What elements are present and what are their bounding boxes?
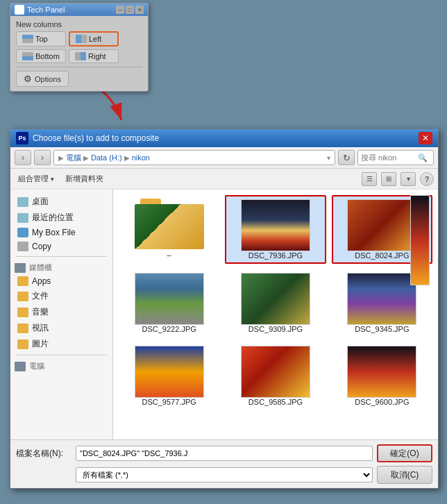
sidebar-header-media: 媒體櫃: [10, 260, 112, 274]
sidebar-item-apps[interactable]: Apps: [10, 274, 112, 288]
filename-row: 檔案名稱(N): 確定(O): [16, 444, 432, 462]
file-item-dsc9585[interactable]: DSC_9585.JPG: [225, 342, 326, 410]
path-bar: ▶ 電腦 ▶ Data (H:) ▶ nikon ▾: [53, 150, 335, 165]
apps-folder-icon: [17, 276, 28, 286]
sidebar-item-music[interactable]: 音樂: [10, 304, 112, 320]
photo-9600-label: DSC_9600.JPG: [355, 398, 409, 406]
view-grid-button[interactable]: ⊞: [381, 172, 396, 186]
file-item-dsc7936[interactable]: DSC_7936.JPG: [225, 195, 326, 264]
maximize-btn[interactable]: □: [126, 6, 134, 14]
view-list-button[interactable]: ☰: [362, 172, 377, 186]
file-item-dsc9600[interactable]: DSC_9600.JPG: [332, 342, 432, 410]
right-button-label: Right: [88, 52, 106, 60]
photo-7936-thumbnail: [241, 199, 310, 251]
edge-photo-strip: [410, 195, 430, 285]
photo-9222-thumbnail: [135, 273, 204, 325]
music-folder-icon: [17, 308, 28, 317]
top-button[interactable]: Top: [16, 31, 66, 47]
file-area-wrapper: – DSC_7936.JPG DSC_8024.JPG DSC_92: [113, 190, 438, 439]
refresh-button[interactable]: ↻: [338, 150, 355, 165]
dialog-content: 桌面 最近的位置 My Box File Copy 媒體櫃 Apps: [10, 190, 438, 439]
bottom-button[interactable]: Bottom: [16, 49, 66, 63]
file-item-dsc9309[interactable]: DSC_9309.JPG: [225, 269, 326, 337]
photo-9585-label: DSC_9585.JPG: [248, 398, 303, 406]
pictures-folder-icon: [17, 339, 28, 349]
file-grid: – DSC_7936.JPG DSC_8024.JPG DSC_92: [113, 190, 438, 439]
file-item-dsc9222[interactable]: DSC_9222.JPG: [119, 269, 219, 337]
folder-label: –: [167, 251, 171, 259]
documents-folder-icon: [17, 292, 28, 301]
photo-9600-thumbnail: [347, 346, 416, 398]
left-button[interactable]: Left: [69, 31, 119, 47]
sidebar-header-computer: 電腦: [10, 358, 112, 373]
view-down-button[interactable]: ▾: [400, 172, 416, 186]
copy-icon: [17, 242, 28, 251]
options-button[interactable]: ⚙ Options: [16, 71, 69, 87]
sidebar-item-video[interactable]: 視訊: [10, 320, 112, 336]
panel-icon: [15, 5, 24, 15]
bottom-button-label: Bottom: [35, 52, 60, 60]
dialog-close-button[interactable]: ✕: [419, 132, 432, 144]
photo-8024-label: DSC_8024.JPG: [355, 251, 409, 260]
action-bar: 組合管理 ▾ 新增資料夾 ☰ ⊞ ▾ ?: [10, 169, 438, 190]
desktop-icon: [17, 197, 28, 207]
photo-8024-thumbnail: [347, 199, 416, 251]
right-button[interactable]: Right: [69, 49, 119, 63]
sidebar-item-documents[interactable]: 文件: [10, 288, 112, 304]
sidebar-item-desktop[interactable]: 桌面: [10, 194, 112, 210]
sidebar-divider-2: [16, 355, 107, 355]
sidebar-item-pictures[interactable]: 圖片: [10, 336, 112, 352]
mybox-icon: [17, 228, 28, 237]
sidebar-item-mybox[interactable]: My Box File: [10, 226, 112, 240]
tech-panel-title: Tech Panel: [27, 6, 65, 14]
help-button[interactable]: ?: [420, 172, 434, 186]
dialog-bottom: 檔案名稱(N): 確定(O) 所有檔案 (*.*) 取消(C): [10, 439, 438, 488]
sidebar-divider-1: [16, 256, 107, 257]
path-nikon[interactable]: nikon: [132, 153, 150, 162]
filetype-row: 所有檔案 (*.*) 取消(C): [16, 466, 432, 484]
path-computer[interactable]: 電腦: [66, 153, 81, 163]
organize-button[interactable]: 組合管理 ▾: [15, 171, 58, 186]
tech-panel-titlebar: Tech Panel ─ □ ✕: [10, 3, 148, 16]
photo-9577-label: DSC_9577.JPG: [142, 398, 196, 406]
file-dialog: Ps Choose file(s) to add to composite ✕ …: [10, 128, 439, 489]
gear-icon: ⚙: [24, 74, 32, 84]
photo-9309-label: DSC_9309.JPG: [248, 325, 303, 333]
ps-icon: Ps: [16, 132, 28, 144]
close-btn[interactable]: ✕: [135, 6, 144, 14]
computer-icon: [15, 362, 26, 371]
path-drive[interactable]: Data (H:): [91, 153, 122, 162]
search-input[interactable]: [361, 153, 416, 162]
file-item-folder[interactable]: –: [119, 195, 219, 264]
photo-9345-label: DSC_9345.JPG: [355, 325, 409, 333]
tech-panel: Tech Panel ─ □ ✕ New columns Top Left Bo…: [10, 3, 149, 92]
folder-thumbnail: [135, 199, 204, 251]
back-button[interactable]: ‹: [15, 150, 31, 165]
photo-7936-label: DSC_7936.JPG: [248, 251, 303, 260]
top-icon: [22, 35, 33, 43]
sidebar-item-copy[interactable]: Copy: [10, 240, 112, 253]
cancel-button[interactable]: 取消(C): [377, 466, 432, 484]
photo-9585-thumbnail: [241, 346, 310, 398]
file-item-dsc9577[interactable]: DSC_9577.JPG: [119, 342, 219, 410]
right-icon: [75, 52, 86, 60]
bottom-icon: [22, 52, 33, 60]
top-button-label: Top: [35, 35, 48, 43]
minimize-btn[interactable]: ─: [116, 6, 124, 14]
recent-icon: [17, 213, 28, 223]
search-box: 🔍: [357, 150, 434, 165]
new-columns-label: New columns: [16, 20, 142, 28]
filetype-select[interactable]: 所有檔案 (*.*): [76, 467, 373, 482]
new-folder-button[interactable]: 新增資料夾: [62, 171, 107, 186]
dialog-title: Choose file(s) to add to composite: [33, 133, 159, 143]
dialog-toolbar: ‹ › ▶ 電腦 ▶ Data (H:) ▶ nikon ▾ ↻ 🔍: [10, 147, 438, 169]
filename-input[interactable]: [76, 446, 373, 461]
photo-9309-thumbnail: [241, 273, 310, 325]
search-icon: 🔍: [418, 153, 428, 162]
photo-9345-thumbnail: [347, 273, 416, 325]
forward-button[interactable]: ›: [34, 150, 51, 165]
photo-9577-thumbnail: [135, 346, 204, 398]
sidebar-item-recent[interactable]: 最近的位置: [10, 210, 112, 226]
confirm-button[interactable]: 確定(O): [377, 444, 432, 462]
library-icon: [15, 263, 26, 273]
